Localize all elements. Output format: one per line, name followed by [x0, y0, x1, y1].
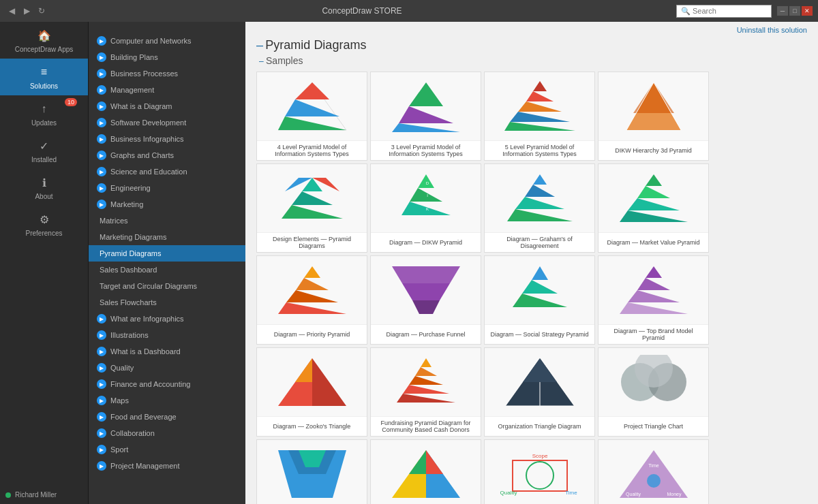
nav-item-graphs-charts[interactable]: ▶ Graphs and Charts [89, 147, 245, 163]
svg-marker-29 [515, 197, 564, 209]
maximize-button[interactable]: □ [789, 6, 800, 16]
nav-item-maps[interactable]: ▶ Maps [89, 392, 245, 409]
sample-item-19[interactable]: Scope Quality Time Triangle Diagram — Pr… [484, 439, 595, 504]
app-body: 🏠 ConceptDraw Apps ≡ Solutions ↑ Updates… [0, 22, 818, 504]
nav-item-computer-networks[interactable]: ▶ Computer and Networks [89, 33, 245, 49]
nav-sub-sales-dashboard[interactable]: Sales Dashboard [89, 262, 245, 278]
sample-label-10: Diagram — Purchase Funnel [371, 324, 481, 343]
samples-header: – Samples [245, 54, 818, 69]
sidebar-item-installed[interactable]: ✓ Installed [0, 132, 88, 169]
svg-marker-36 [296, 278, 329, 290]
sample-item-13[interactable]: Diagram — Zooko's Triangle [256, 347, 367, 437]
sample-item-20[interactable]: Time Quality Money Triangle Diagram — Ti… [598, 439, 709, 504]
nav-item-marketing[interactable]: ▶ Marketing [89, 196, 245, 212]
sample-image-18 [371, 440, 481, 504]
nav-item-dashboard[interactable]: ▶ What is a Dashboard [89, 343, 245, 360]
sample-item-3[interactable]: 5 Level Pyramid Model of Information Sys… [484, 72, 595, 161]
nav-item-building-plans[interactable]: ▶ Building Plans [89, 49, 245, 65]
nav-item-infographics[interactable]: ▶ What are Infographics [89, 311, 245, 327]
sample-label-5: Design Elements — Pyramid Diagrams [257, 232, 367, 252]
nav-item-quality[interactable]: ▶ Quality [89, 360, 245, 376]
nav-sub-pyramid-diagrams[interactable]: Pyramid Diagrams [89, 245, 245, 262]
sample-image-16 [599, 348, 708, 416]
refresh-button[interactable]: ↻ [35, 5, 48, 16]
nav-item-engineering[interactable]: ▶ Engineering [89, 180, 245, 196]
sample-label-14: Fundraising Pyramid Diagram for Communit… [371, 416, 481, 436]
sample-item-14[interactable]: Fundraising Pyramid Diagram for Communit… [370, 347, 481, 437]
svg-marker-31 [646, 174, 662, 186]
svg-marker-10 [510, 112, 570, 122]
svg-marker-69 [409, 450, 426, 474]
sample-item-12[interactable]: Diagram — Top Brand Model Pyramid [598, 255, 709, 345]
nav-sub-matrices[interactable]: Matrices [89, 212, 245, 229]
nav-item-what-is-diagram[interactable]: ▶ What is a Diagram [89, 98, 245, 114]
sample-item-6[interactable]: D I K Diagram — DIKW Pyramid [370, 163, 481, 253]
sample-item-8[interactable]: Diagram — Market Value Pyramid [598, 163, 709, 253]
nav-item-science-education[interactable]: ▶ Science and Education [89, 163, 245, 180]
svg-marker-34 [620, 210, 688, 222]
minimize-button[interactable]: ─ [777, 6, 788, 16]
svg-point-80 [647, 474, 661, 488]
nav-arrow-icon: ▶ [97, 36, 106, 46]
sample-label-6: Diagram — DIKW Pyramid [371, 232, 481, 251]
sample-item-17[interactable]: Pyramid — Global Liquidity Inverted [256, 439, 367, 504]
nav-item-label: Graphs and Charts [110, 151, 174, 159]
nav-item-project-management[interactable]: ▶ Project Management [89, 458, 245, 474]
sidebar-item-apps-label: ConceptDraw Apps [15, 46, 74, 53]
nav-sub-marketing-diagrams[interactable]: Marketing Diagrams [89, 229, 245, 245]
samples-grid: 4 Level Pyramid Model of Information Sys… [245, 69, 818, 504]
sample-item-4[interactable]: DIKW Hierarchy 3d Pyramid [598, 72, 709, 161]
sidebar-item-solutions[interactable]: ≡ Solutions [0, 59, 88, 95]
uninstall-link[interactable]: Uninstall this solution [737, 26, 807, 34]
sample-item-15[interactable]: Organization Triangle Diagram [484, 347, 595, 437]
close-button[interactable]: ✕ [802, 6, 813, 16]
svg-marker-46 [637, 278, 670, 290]
svg-marker-22 [410, 188, 442, 202]
sample-image-1 [257, 72, 367, 140]
sidebar-item-updates[interactable]: ↑ Updates 10 [0, 95, 88, 132]
nav-item-software-dev[interactable]: ▶ Software Development [89, 114, 245, 131]
nav-sub-sales-flowcharts[interactable]: Sales Flowcharts [89, 294, 245, 311]
back-button[interactable]: ◀ [5, 5, 18, 16]
nav-item-management[interactable]: ▶ Management [89, 82, 245, 98]
nav-item-label: Management [110, 86, 154, 94]
sample-label-8: Diagram — Market Value Pyramid [599, 232, 708, 251]
forward-button[interactable]: ▶ [20, 5, 33, 16]
sample-image-12 [599, 256, 708, 324]
sample-item-10[interactable]: Diagram — Purchase Funnel [370, 255, 481, 345]
svg-marker-28 [525, 185, 555, 197]
nav-item-label: Finance and Accounting [110, 380, 190, 388]
sample-item-9[interactable]: Diagram — Priority Pyramid [256, 255, 367, 345]
nav-arrow-icon: ▶ [97, 151, 106, 160]
sidebar-item-about[interactable]: ℹ About [0, 169, 88, 206]
sample-item-5[interactable]: Design Elements — Pyramid Diagrams [256, 163, 367, 253]
svg-text:K: K [425, 207, 428, 211]
nav-arrow-icon: ▶ [97, 200, 106, 209]
sidebar-item-preferences[interactable]: ⚙ Preferences [0, 206, 88, 242]
nav-item-sport[interactable]: ▶ Sport [89, 441, 245, 458]
nav-item-food-beverage[interactable]: ▶ Food and Beverage [89, 409, 245, 425]
nav-item-finance-accounting[interactable]: ▶ Finance and Accounting [89, 376, 245, 392]
svg-marker-42 [532, 266, 548, 280]
sample-item-18[interactable]: Triangle Diagram — Knowledge Hierarchy [370, 439, 481, 504]
nav-item-business-processes[interactable]: ▶ Business Processes [89, 65, 245, 82]
nav-item-business-infographics[interactable]: ▶ Business Infographics [89, 131, 245, 147]
nav-arrow-icon: ▶ [97, 363, 106, 373]
sample-item-2[interactable]: 3 Level Pyramid Model of Information Sys… [370, 72, 481, 161]
nav-sub-target-circular[interactable]: Target and Circular Diagrams [89, 278, 245, 294]
nav-item-collaboration[interactable]: ▶ Collaboration [89, 425, 245, 441]
sample-label-13: Diagram — Zooko's Triangle [257, 416, 367, 435]
sample-image-9 [257, 256, 367, 324]
sidebar-item-apps[interactable]: 🏠 ConceptDraw Apps [0, 22, 88, 59]
nav-item-label: Marketing [110, 200, 143, 208]
sample-item-1[interactable]: 4 Level Pyramid Model of Information Sys… [256, 72, 367, 161]
nav-arrow-icon: ▶ [97, 118, 106, 127]
sample-item-16[interactable]: Project Triangle Chart [598, 347, 709, 437]
sample-item-11[interactable]: Diagram — Social Strategy Pyramid [484, 255, 595, 345]
nav-section-header [89, 22, 245, 33]
svg-marker-2 [285, 99, 339, 116]
sample-item-7[interactable]: Diagram — Graham's of Disagreement [484, 163, 595, 253]
nav-item-illustrations[interactable]: ▶ Illustrations [89, 327, 245, 343]
search-input[interactable] [693, 7, 767, 15]
svg-marker-33 [628, 198, 680, 210]
